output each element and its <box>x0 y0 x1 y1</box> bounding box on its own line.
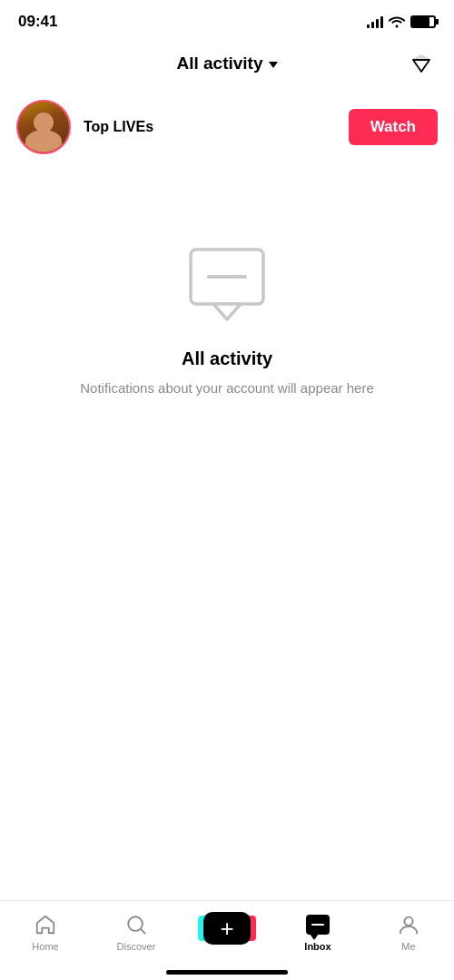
nav-me[interactable]: Me <box>363 908 454 952</box>
signal-icon <box>367 15 383 28</box>
header: All activity <box>0 40 454 87</box>
profile-icon <box>396 912 421 937</box>
home-indicator <box>166 970 288 975</box>
discover-icon <box>123 912 149 937</box>
avatar[interactable] <box>16 100 71 154</box>
status-bar: 09:41 <box>0 0 454 40</box>
top-lives-label: Top LIVEs <box>84 119 349 135</box>
chevron-down-icon <box>269 62 278 68</box>
status-icons <box>367 15 436 28</box>
header-title: All activity <box>176 54 262 74</box>
watch-button[interactable]: Watch <box>349 109 438 145</box>
empty-chat-icon <box>182 236 272 327</box>
header-title-area[interactable]: All activity <box>176 54 277 74</box>
empty-state-subtitle: Notifications about your account will ap… <box>80 378 374 399</box>
inbox-icon <box>305 912 331 937</box>
svg-line-5 <box>141 929 145 934</box>
nav-home-label: Home <box>32 941 58 952</box>
plus-icon: + <box>220 916 233 940</box>
svg-marker-2 <box>213 304 241 319</box>
nav-me-label: Me <box>401 941 415 952</box>
nav-home[interactable]: Home <box>0 908 91 952</box>
bottom-nav: Home Discover + Inbox <box>0 900 454 980</box>
nav-plus[interactable]: + <box>182 908 272 945</box>
status-time: 09:41 <box>18 13 57 31</box>
empty-state-title: All activity <box>182 348 272 369</box>
plus-button[interactable]: + <box>203 912 251 945</box>
wifi-icon <box>389 15 405 28</box>
top-lives-section: Top LIVEs Watch <box>0 91 454 163</box>
nav-inbox[interactable]: Inbox <box>272 908 363 952</box>
home-icon <box>33 912 58 937</box>
empty-state: All activity Notifications about your ac… <box>0 236 454 399</box>
nav-discover[interactable]: Discover <box>91 908 182 952</box>
nav-inbox-label: Inbox <box>304 941 331 952</box>
filter-button[interactable] <box>405 47 438 80</box>
svg-point-6 <box>404 917 412 926</box>
filter-icon <box>410 53 432 74</box>
battery-icon <box>410 15 436 28</box>
nav-discover-label: Discover <box>117 941 156 952</box>
